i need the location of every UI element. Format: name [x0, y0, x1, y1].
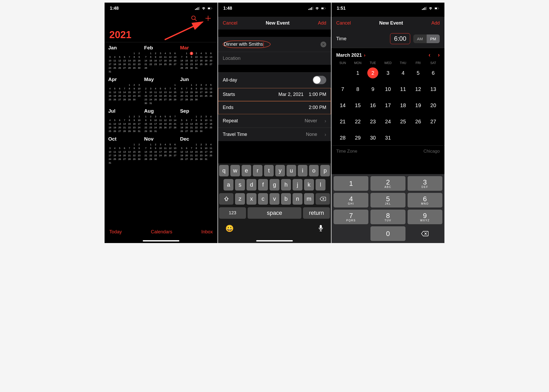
date-cell[interactable]: 13	[428, 84, 439, 95]
key-w[interactable]: w	[230, 165, 240, 176]
mini-month[interactable]: Dec1234567891011121314151617181920212223…	[180, 136, 214, 165]
date-cell[interactable]: 20	[428, 100, 439, 111]
clear-title-icon[interactable]: ✕	[321, 42, 326, 47]
key-e[interactable]: e	[242, 165, 251, 176]
key-r[interactable]: r	[253, 165, 262, 176]
numpad-6[interactable]: 6MNO	[408, 193, 442, 207]
date-cell[interactable]: 19	[413, 100, 424, 111]
numpad-3[interactable]: 3DEF	[408, 176, 442, 191]
date-cell[interactable]: 27	[428, 116, 439, 127]
mini-month[interactable]: Jun1234567891011121314151617181920212223…	[180, 77, 214, 105]
repeat-row[interactable]: Repeat Never›	[218, 114, 331, 128]
dictation-icon[interactable]	[318, 224, 324, 234]
key-h[interactable]: h	[281, 179, 291, 191]
key-b[interactable]: b	[281, 193, 291, 205]
location-input[interactable]: Location	[218, 52, 331, 65]
home-indicator[interactable]	[256, 240, 293, 241]
ampm-segment[interactable]: AM PM	[413, 34, 440, 43]
next-month-button[interactable]: ›	[438, 52, 440, 59]
date-cell[interactable]: 11	[398, 84, 409, 95]
add-button[interactable]: Add	[431, 20, 440, 26]
numpad-9[interactable]: 9WXYZ	[408, 210, 442, 224]
calendars-button[interactable]: Calendars	[151, 229, 172, 235]
numpad-8[interactable]: 8TUV	[370, 210, 405, 224]
key-y[interactable]: y	[275, 165, 285, 176]
date-cell[interactable]: 2	[367, 67, 378, 78]
numpad-0[interactable]: 0	[370, 226, 405, 241]
key-q[interactable]: q	[219, 165, 229, 176]
add-button[interactable]: Add	[318, 20, 326, 26]
date-cell[interactable]: 10	[382, 84, 393, 95]
mini-month[interactable]: Mar1234567891011121314151617181920212223…	[180, 45, 214, 73]
mini-month[interactable]: Apr1234567891011121314151617181920212223…	[108, 77, 142, 105]
numpad-backspace[interactable]	[408, 226, 442, 241]
date-cell[interactable]: 9	[367, 84, 378, 95]
key-f[interactable]: f	[258, 179, 268, 191]
mini-month[interactable]: Oct1234567891011121314151617181920212223…	[108, 136, 142, 165]
mini-month[interactable]: Nov1234567891011121314151617181920212223…	[144, 136, 178, 165]
date-cell[interactable]: 30	[367, 132, 378, 143]
mini-month[interactable]: Jul1234567891011121314151617181920212223…	[108, 108, 142, 133]
date-cell[interactable]: 26	[413, 116, 424, 127]
date-cell[interactable]: 17	[382, 100, 393, 111]
numpad-7[interactable]: 7PQRS	[334, 210, 368, 224]
date-cell[interactable]: 24	[382, 116, 393, 127]
key-v[interactable]: v	[270, 193, 279, 205]
time-zone-row[interactable]: Time Zone Chicago	[331, 145, 444, 157]
cancel-button[interactable]: Cancel	[223, 20, 237, 26]
date-cell[interactable]: 8	[352, 84, 363, 95]
key-u[interactable]: u	[287, 165, 296, 176]
key-123[interactable]: 123	[219, 207, 246, 219]
numpad-5[interactable]: 5JKL	[370, 193, 405, 207]
time-input[interactable]: 6:00	[390, 33, 410, 44]
date-cell[interactable]: 12	[413, 84, 424, 95]
key-return[interactable]: return	[303, 207, 330, 219]
home-indicator[interactable]	[143, 240, 179, 241]
mini-month[interactable]: May1234567891011121314151617181920212223…	[144, 77, 178, 105]
add-event-icon[interactable]	[205, 15, 211, 22]
key-p[interactable]: p	[320, 165, 330, 176]
date-cell[interactable]: 15	[352, 100, 363, 111]
mini-month[interactable]: Jan1234567891011121314151617181920212223…	[108, 45, 142, 73]
starts-row[interactable]: Starts Mar 2, 20211:00 PM	[218, 88, 331, 101]
key-j[interactable]: j	[293, 179, 302, 191]
date-cell[interactable]: 4	[398, 67, 409, 78]
date-cell[interactable]: 7	[337, 84, 348, 95]
date-cell[interactable]: 1	[352, 67, 363, 78]
today-button[interactable]: Today	[109, 229, 122, 235]
allday-toggle[interactable]	[313, 76, 326, 84]
key-a[interactable]: a	[224, 179, 233, 191]
date-cell[interactable]: 29	[352, 132, 363, 143]
date-cell[interactable]: 18	[398, 100, 409, 111]
key-x[interactable]: x	[247, 193, 256, 205]
key-shift[interactable]	[219, 193, 233, 205]
date-cell[interactable]: 16	[367, 100, 378, 111]
date-cell[interactable]: 3	[382, 67, 393, 78]
key-k[interactable]: k	[304, 179, 314, 191]
date-cell[interactable]: 23	[367, 116, 378, 127]
date-cell[interactable]: 25	[398, 116, 409, 127]
cancel-button[interactable]: Cancel	[336, 20, 351, 26]
key-space[interactable]: space	[248, 207, 301, 219]
mini-month[interactable]: Sep1234567891011121314151617181920212223…	[180, 108, 214, 133]
ends-row[interactable]: Ends 2:00 PM	[218, 101, 331, 114]
key-i[interactable]: i	[298, 165, 307, 176]
key-t[interactable]: t	[264, 165, 274, 176]
date-cell[interactable]: 28	[337, 132, 348, 143]
numpad-4[interactable]: 4GHI	[334, 193, 368, 207]
key-z[interactable]: z	[235, 193, 245, 205]
travel-time-row[interactable]: Travel Time None›	[218, 128, 331, 141]
mini-month[interactable]: Aug1234567891011121314151617181920212223…	[144, 108, 178, 133]
event-title-input[interactable]: Dinner with Smiths| ✕	[218, 37, 331, 52]
key-l[interactable]: l	[316, 179, 325, 191]
key-n[interactable]: n	[293, 193, 302, 205]
date-cell[interactable]: 6	[428, 67, 439, 78]
inbox-button[interactable]: Inbox	[201, 229, 213, 235]
key-g[interactable]: g	[270, 179, 279, 191]
key-o[interactable]: o	[309, 165, 319, 176]
mini-month[interactable]: Feb1234567891011121314151617181920212223…	[144, 45, 178, 73]
numpad-2[interactable]: 2ABC	[370, 176, 405, 191]
date-cell[interactable]: 22	[352, 116, 363, 127]
month-selector[interactable]: March 2021 ›	[336, 53, 365, 58]
date-cell[interactable]: 5	[413, 67, 424, 78]
